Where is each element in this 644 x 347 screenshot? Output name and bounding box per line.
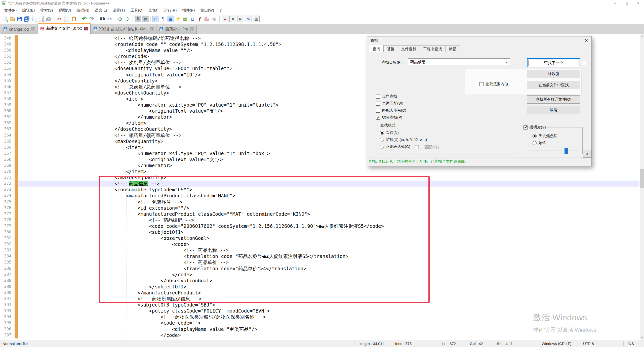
save-all-icon[interactable]	[23, 16, 30, 22]
tab-close-icon[interactable]: ✕	[31, 27, 35, 31]
mode-extended-radio[interactable]	[380, 138, 384, 142]
wrap-around-checkbox[interactable]	[376, 116, 380, 120]
paste-icon[interactable]	[70, 16, 77, 22]
code-line-374[interactable]: <manufacturedProduct classCode="MANU">	[18, 193, 639, 199]
show-all-characters-icon[interactable]: ¶	[160, 16, 167, 22]
code-line-376[interactable]: <id extension=""/>	[18, 205, 639, 211]
menu-item-13[interactable]: ?	[217, 7, 224, 14]
wrap-around-option[interactable]: 循环查找(P)	[376, 115, 402, 120]
transparency-slider-thumb[interactable]	[565, 148, 568, 154]
undo-icon[interactable]: ↶	[81, 16, 88, 22]
close-button[interactable]: ✕	[632, 0, 644, 7]
in-selection-checkbox[interactable]	[479, 82, 484, 86]
menu-item-10[interactable]: 运行(R)	[161, 7, 180, 14]
close-icon[interactable]: −	[31, 16, 37, 22]
code-line-382[interactable]: <code>	[18, 241, 639, 247]
tab-replace[interactable]: 替换	[383, 45, 398, 52]
code-line-392[interactable]: <subjectOf3 typeCode="SBJ">	[18, 302, 639, 308]
new-file-icon[interactable]: +	[2, 16, 8, 22]
find-all-current-button[interactable]: 在当前文件中查找	[527, 81, 580, 89]
mode-regex-option[interactable]: 正则表达式(G)	[380, 144, 410, 149]
mode-normal-option[interactable]: 普通(N)	[380, 130, 399, 135]
code-line-391[interactable]: <!-- 药物所属医保信息 -->	[18, 296, 639, 302]
find-next-checkbox[interactable]	[582, 61, 586, 65]
plugin-script-icon[interactable]: ƒ	[196, 16, 203, 22]
macro-stop-icon[interactable]: ■	[229, 16, 236, 22]
menu-item-1[interactable]: 文件(F)	[2, 7, 19, 14]
zoom-in-icon[interactable]: ⊕	[117, 16, 124, 22]
always-option[interactable]: 始终	[533, 141, 546, 145]
code-line-390[interactable]: </manufacturedProduct>	[18, 290, 639, 296]
tab-mark[interactable]: 标记	[445, 45, 460, 52]
cut-icon[interactable]: ✂	[56, 16, 63, 22]
tab-find-in-files[interactable]: 文件查找	[398, 45, 420, 52]
whole-word-checkbox[interactable]	[376, 102, 380, 106]
mode-regex-radio[interactable]	[380, 145, 384, 149]
function-list-icon[interactable]: ⚡	[174, 16, 181, 22]
backward-option[interactable]: 反向查找	[376, 94, 397, 99]
menu-item-9[interactable]: 宏(M)	[146, 7, 161, 14]
zoom-out-icon[interactable]: ⊖	[124, 16, 131, 22]
menu-item-8[interactable]: 工具(O)	[128, 7, 146, 14]
file-tab-1[interactable]: change.log✕	[1, 25, 37, 34]
count-button[interactable]: 计数(I)	[527, 70, 580, 78]
find-what-combobox[interactable]: 药品信息 ∨	[408, 58, 510, 65]
menu-item-3[interactable]: 搜索(S)	[37, 7, 56, 14]
match-case-option[interactable]: 匹配大小写(C)	[376, 108, 406, 113]
open-file-icon[interactable]	[9, 16, 16, 22]
on-losing-focus-option[interactable]: 失去焦点后	[533, 134, 557, 138]
collapse-dialog-button[interactable]: ∧	[583, 150, 591, 158]
code-line-384[interactable]: <translation code="药品名称">●▲人促红素注射液S5</tr…	[18, 253, 639, 259]
code-line-383[interactable]: <!-- 药品名称 -->	[18, 247, 639, 253]
find-dialog-close-icon[interactable]: ✕	[585, 38, 588, 43]
find-all-open-button[interactable]: 查找所有打开文件(O)	[527, 95, 580, 104]
code-line-393[interactable]: <policy classCode="POLICY" moodCode="EVN…	[18, 308, 639, 314]
scrollbar-down-arrow[interactable]: ▼	[640, 336, 644, 340]
macro-play-icon[interactable]: ▶	[237, 16, 244, 22]
find-next-button[interactable]: 查找下一个	[527, 58, 580, 67]
macro-run-multiple-icon[interactable]: »	[245, 16, 252, 22]
backward-checkbox[interactable]	[376, 95, 380, 99]
eol-status[interactable]: Windows (CR LF)	[542, 341, 571, 346]
sync-horizontal-icon[interactable]: ⇄	[142, 16, 149, 22]
indent-guide-icon[interactable]: ≣	[167, 16, 174, 22]
in-selection-option[interactable]: 选取范围内(I)	[479, 82, 508, 86]
tab-close-icon[interactable]: ✕	[84, 27, 88, 30]
tab-close-icon[interactable]: ✕	[190, 27, 194, 31]
file-tab-4[interactable]: 西药处方.fmt✕	[157, 25, 197, 34]
vertical-scrollbar[interactable]: ▲ ▼	[640, 34, 644, 340]
document-map-icon[interactable]: ▦	[182, 16, 188, 22]
code-line-385[interactable]: <!-- 药品单价 -->	[18, 259, 639, 265]
tab-find[interactable]: 查找	[369, 45, 384, 52]
scrollbar-thumb[interactable]	[640, 169, 644, 188]
tab-find-in-projects[interactable]: 工程中查找	[420, 45, 446, 52]
code-line-375[interactable]: <!-- 包装序号 -->	[18, 199, 639, 205]
typing-mode-status[interactable]: INS	[628, 341, 634, 346]
code-line-379[interactable]: <code code="9006017602" codeSystem="1.2.…	[18, 223, 639, 229]
code-line-371[interactable]: </maxDoseQuantity>	[18, 175, 639, 181]
on-losing-focus-radio[interactable]	[533, 134, 537, 138]
transparency-slider[interactable]	[529, 150, 579, 151]
find-icon[interactable]	[99, 16, 106, 22]
whole-word-option[interactable]: 全词匹配(W)	[376, 101, 403, 106]
mode-extended-option[interactable]: 扩展(X) (\n, \r, \t, \0, \x...)	[380, 137, 427, 142]
print-icon[interactable]	[45, 16, 52, 22]
code-line-395[interactable]: <code code="">	[18, 320, 639, 326]
redo-icon[interactable]: ↷	[88, 16, 95, 22]
code-line-370[interactable]: </item>	[18, 168, 639, 175]
scrollbar-up-arrow[interactable]: ▲	[640, 34, 644, 38]
minimize-button[interactable]: –	[609, 0, 621, 7]
code-line-387[interactable]: </code>	[18, 272, 639, 278]
code-line-372[interactable]: <!-- 药品信息 -->	[18, 181, 639, 187]
code-line-397[interactable]: </code>	[18, 332, 639, 338]
menu-item-5[interactable]: 编码(N)	[74, 7, 92, 14]
macro-record-icon[interactable]: ●	[222, 16, 228, 22]
code-line-377[interactable]: <manufacturedProduct classCode="MMAT" de…	[18, 211, 639, 217]
encoding-status[interactable]: UTF-8	[583, 341, 594, 346]
mode-normal-radio[interactable]	[380, 131, 384, 135]
sync-vertical-icon[interactable]: ⇅	[135, 16, 141, 22]
copy-icon[interactable]	[63, 16, 70, 22]
menu-item-11[interactable]: 插件(P)	[179, 7, 197, 14]
save-icon[interactable]	[16, 16, 23, 22]
maximize-button[interactable]: □	[621, 0, 632, 7]
